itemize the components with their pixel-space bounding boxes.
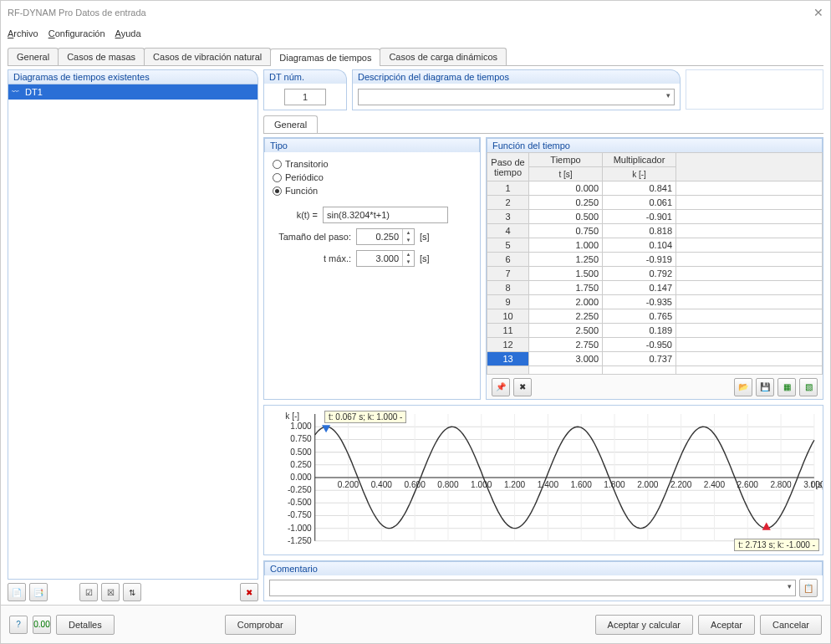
check-all-button[interactable]: ☑ xyxy=(79,583,98,601)
window-title: RF-DYNAM Pro Datos de entrada xyxy=(8,8,146,18)
main-tabs: General Casos de masas Casos de vibració… xyxy=(8,48,823,66)
kt-input[interactable]: sin(8.3204*t+1) xyxy=(323,207,448,223)
spinner-down-icon[interactable]: ▼ xyxy=(403,258,414,266)
svg-text:0.600: 0.600 xyxy=(404,480,426,489)
table-row[interactable]: 61.250-0.919 xyxy=(487,253,823,267)
accept-calc-button[interactable]: Aceptar y calcular xyxy=(595,615,693,635)
help-button[interactable]: ? xyxy=(9,616,28,634)
table-row[interactable]: 71.5000.792 xyxy=(487,267,823,281)
unpin-button[interactable]: ✖ xyxy=(513,378,532,396)
svg-text:0.750: 0.750 xyxy=(290,434,312,443)
table-row[interactable]: 51.0000.104 xyxy=(487,238,823,253)
tmax-label: t máx.: xyxy=(273,253,356,263)
radio-funcion[interactable]: Función xyxy=(273,184,472,197)
spinner-down-icon[interactable]: ▼ xyxy=(403,237,414,244)
svg-text:-0.500: -0.500 xyxy=(288,498,312,507)
uncheck-all-button[interactable]: ☒ xyxy=(101,583,120,601)
spinner-up-icon[interactable]: ▲ xyxy=(403,251,414,258)
right-pane: DT núm. 1 Descripción del diagrama de ti… xyxy=(263,69,823,601)
svg-text:0.800: 0.800 xyxy=(437,480,459,489)
tab-vibration-cases[interactable]: Casos de vibración natural xyxy=(144,48,271,65)
list-item[interactable]: 〰 DT1 xyxy=(8,84,257,100)
subtab-general[interactable]: General xyxy=(263,115,318,133)
table-row[interactable]: 112.5000.189 xyxy=(487,324,823,338)
menu-config[interactable]: Configuración xyxy=(48,28,105,38)
new-button[interactable]: 📄 xyxy=(8,583,26,601)
col-step: Paso de tiempo xyxy=(487,153,529,181)
radio-transitorio[interactable]: Transitorio xyxy=(273,157,472,171)
svg-text:1.600: 1.600 xyxy=(571,480,593,489)
svg-text:-1.250: -1.250 xyxy=(288,536,312,545)
list-item-label: DT1 xyxy=(22,87,257,97)
svg-text:-0.250: -0.250 xyxy=(288,485,312,494)
svg-text:-0.750: -0.750 xyxy=(288,511,312,520)
col-k: Multiplicador xyxy=(603,153,676,167)
table-row[interactable]: 30.500-0.901 xyxy=(487,210,823,224)
dtnum-title: DT núm. xyxy=(263,69,347,84)
col-t: Tiempo xyxy=(529,153,603,167)
svg-text:1.400: 1.400 xyxy=(538,480,559,489)
details-button[interactable]: Detalles xyxy=(56,615,115,635)
tab-general[interactable]: General xyxy=(8,48,59,65)
menu-file[interactable]: Archivo xyxy=(8,28,38,38)
radio-icon xyxy=(273,160,282,169)
tab-time-diagrams[interactable]: Diagramas de tiempos xyxy=(270,49,380,66)
table-row[interactable]: 40.7500.818 xyxy=(487,224,823,238)
diagram-list[interactable]: 〰 DT1 xyxy=(8,84,258,580)
export-excel-button[interactable]: ▦ xyxy=(777,378,796,396)
radio-icon xyxy=(273,173,282,182)
dropdown-icon[interactable]: ▾ xyxy=(788,582,792,590)
check-button[interactable]: Comprobar xyxy=(225,615,296,635)
table-row[interactable]: 81.7500.147 xyxy=(487,281,823,295)
table-row[interactable]: 122.750-0.950 xyxy=(487,338,823,352)
copy-button[interactable]: 📑 xyxy=(29,583,48,601)
close-icon[interactable]: ✕ xyxy=(813,6,823,19)
dropdown-icon[interactable]: ▾ xyxy=(666,91,670,100)
radio-periodico[interactable]: Periódico xyxy=(273,171,472,184)
table-row[interactable]: 20.2500.061 xyxy=(487,196,823,210)
svg-text:0.200: 0.200 xyxy=(338,480,359,489)
table-row[interactable]: 10.0000.841 xyxy=(487,181,823,196)
menubar: Archivo Configuración Ayuda xyxy=(1,24,830,43)
comment-input[interactable]: ▾ xyxy=(269,580,796,596)
comment-title: Comentario xyxy=(264,561,823,575)
pin-button[interactable]: 📌 xyxy=(492,378,510,396)
func-title: Función del tiempo xyxy=(487,138,823,152)
save-button[interactable]: 💾 xyxy=(756,378,774,396)
chart-panel: -1.250-1.000-0.750-0.500-0.2500.0000.250… xyxy=(263,405,823,555)
menu-help[interactable]: Ayuda xyxy=(115,28,141,38)
dtnum-value[interactable]: 1 xyxy=(284,89,326,105)
table-row[interactable]: 92.000-0.935 xyxy=(487,295,823,309)
function-panel: Función del tiempo Paso de tiempo Tiempo… xyxy=(486,137,823,400)
chart-max-tooltip: t: 0.067 s; k: 1.000 - xyxy=(324,411,406,423)
tab-mass-cases[interactable]: Casos de masas xyxy=(58,48,145,65)
units-button[interactable]: 0.00 xyxy=(33,616,51,634)
svg-text:2.000: 2.000 xyxy=(637,480,659,489)
time-chart: -1.250-1.000-0.750-0.500-0.2500.0000.250… xyxy=(264,406,823,555)
step-label: Tamaño del paso: xyxy=(273,232,356,242)
grid-toolbar: 📌 ✖ 📂 💾 ▦ ▧ xyxy=(487,374,823,399)
import-button[interactable]: 📂 xyxy=(734,378,752,396)
description-input[interactable]: ▾ xyxy=(358,89,675,105)
toggle-button[interactable]: ⇅ xyxy=(123,583,141,601)
cancel-button[interactable]: Cancelar xyxy=(760,615,822,635)
accept-button[interactable]: Aceptar xyxy=(698,615,755,635)
desc-title: Descripción del diagrama de tiempos xyxy=(352,69,681,84)
delete-button[interactable]: ✖ xyxy=(240,583,258,601)
step-input[interactable]: 0.250 ▲▼ xyxy=(356,228,415,245)
tmax-input[interactable]: 3.000 ▲▼ xyxy=(356,250,415,267)
svg-text:0.000: 0.000 xyxy=(290,473,312,482)
chart-min-tooltip: t: 2.713 s; k: -1.000 - xyxy=(734,539,819,551)
svg-text:1.000: 1.000 xyxy=(290,422,312,431)
svg-text:1.200: 1.200 xyxy=(504,480,526,489)
time-function-grid[interactable]: Paso de tiempo Tiempo Multiplicador t [s… xyxy=(487,152,823,374)
tipo-panel: Tipo Transitorio Periódico Función xyxy=(263,137,481,400)
table-row[interactable]: 133.0000.737 xyxy=(487,352,823,366)
svg-text:2.400: 2.400 xyxy=(704,480,726,489)
comment-lib-button[interactable]: 📋 xyxy=(799,579,818,597)
table-row[interactable]: 102.2500.765 xyxy=(487,309,823,324)
spinner-up-icon[interactable]: ▲ xyxy=(403,229,414,237)
import-excel-button[interactable]: ▧ xyxy=(799,378,818,396)
tab-dynamic-load[interactable]: Casos de carga dinámicos xyxy=(380,48,507,65)
titlebar: RF-DYNAM Pro Datos de entrada ✕ xyxy=(1,1,830,24)
